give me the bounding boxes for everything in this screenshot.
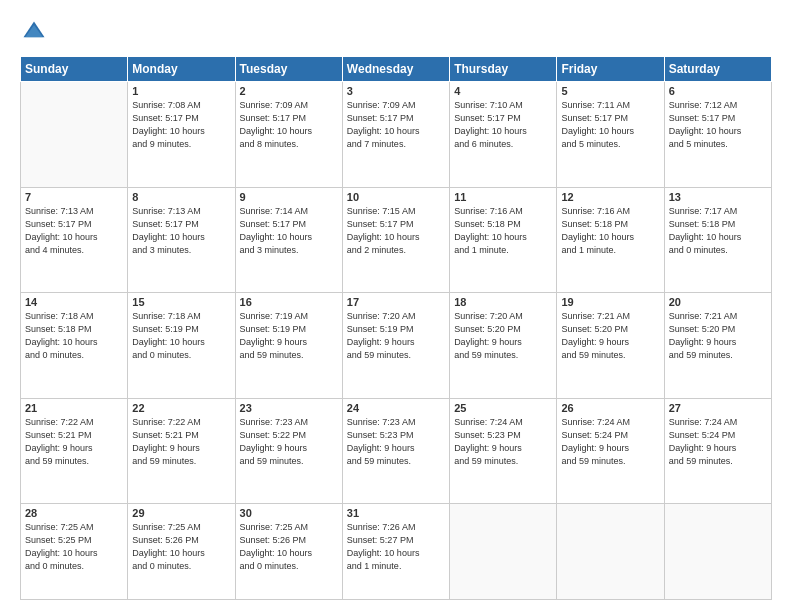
day-number: 6 xyxy=(669,85,767,97)
calendar-cell: 26Sunrise: 7:24 AM Sunset: 5:24 PM Dayli… xyxy=(557,398,664,504)
calendar-cell: 14Sunrise: 7:18 AM Sunset: 5:18 PM Dayli… xyxy=(21,293,128,399)
calendar-cell: 30Sunrise: 7:25 AM Sunset: 5:26 PM Dayli… xyxy=(235,504,342,600)
calendar-cell: 23Sunrise: 7:23 AM Sunset: 5:22 PM Dayli… xyxy=(235,398,342,504)
week-row-2: 7Sunrise: 7:13 AM Sunset: 5:17 PM Daylig… xyxy=(21,187,772,293)
day-info: Sunrise: 7:21 AM Sunset: 5:20 PM Dayligh… xyxy=(561,310,659,362)
calendar-cell: 21Sunrise: 7:22 AM Sunset: 5:21 PM Dayli… xyxy=(21,398,128,504)
calendar-cell: 5Sunrise: 7:11 AM Sunset: 5:17 PM Daylig… xyxy=(557,82,664,188)
day-number: 1 xyxy=(132,85,230,97)
calendar-cell: 9Sunrise: 7:14 AM Sunset: 5:17 PM Daylig… xyxy=(235,187,342,293)
day-info: Sunrise: 7:13 AM Sunset: 5:17 PM Dayligh… xyxy=(25,205,123,257)
day-number: 30 xyxy=(240,507,338,519)
weekday-header-monday: Monday xyxy=(128,57,235,82)
day-number: 11 xyxy=(454,191,552,203)
day-number: 4 xyxy=(454,85,552,97)
week-row-1: 1Sunrise: 7:08 AM Sunset: 5:17 PM Daylig… xyxy=(21,82,772,188)
day-info: Sunrise: 7:24 AM Sunset: 5:24 PM Dayligh… xyxy=(669,416,767,468)
weekday-header-friday: Friday xyxy=(557,57,664,82)
day-info: Sunrise: 7:22 AM Sunset: 5:21 PM Dayligh… xyxy=(25,416,123,468)
day-number: 27 xyxy=(669,402,767,414)
calendar-cell: 24Sunrise: 7:23 AM Sunset: 5:23 PM Dayli… xyxy=(342,398,449,504)
calendar: SundayMondayTuesdayWednesdayThursdayFrid… xyxy=(20,56,772,600)
calendar-cell: 27Sunrise: 7:24 AM Sunset: 5:24 PM Dayli… xyxy=(664,398,771,504)
calendar-cell: 15Sunrise: 7:18 AM Sunset: 5:19 PM Dayli… xyxy=(128,293,235,399)
day-info: Sunrise: 7:20 AM Sunset: 5:20 PM Dayligh… xyxy=(454,310,552,362)
calendar-cell: 10Sunrise: 7:15 AM Sunset: 5:17 PM Dayli… xyxy=(342,187,449,293)
day-info: Sunrise: 7:24 AM Sunset: 5:24 PM Dayligh… xyxy=(561,416,659,468)
day-info: Sunrise: 7:15 AM Sunset: 5:17 PM Dayligh… xyxy=(347,205,445,257)
day-info: Sunrise: 7:09 AM Sunset: 5:17 PM Dayligh… xyxy=(347,99,445,151)
calendar-cell xyxy=(21,82,128,188)
calendar-cell: 6Sunrise: 7:12 AM Sunset: 5:17 PM Daylig… xyxy=(664,82,771,188)
calendar-cell: 22Sunrise: 7:22 AM Sunset: 5:21 PM Dayli… xyxy=(128,398,235,504)
day-info: Sunrise: 7:24 AM Sunset: 5:23 PM Dayligh… xyxy=(454,416,552,468)
day-number: 18 xyxy=(454,296,552,308)
day-number: 23 xyxy=(240,402,338,414)
weekday-header-sunday: Sunday xyxy=(21,57,128,82)
calendar-cell: 19Sunrise: 7:21 AM Sunset: 5:20 PM Dayli… xyxy=(557,293,664,399)
calendar-cell xyxy=(450,504,557,600)
day-info: Sunrise: 7:25 AM Sunset: 5:25 PM Dayligh… xyxy=(25,521,123,573)
calendar-cell: 16Sunrise: 7:19 AM Sunset: 5:19 PM Dayli… xyxy=(235,293,342,399)
calendar-cell: 7Sunrise: 7:13 AM Sunset: 5:17 PM Daylig… xyxy=(21,187,128,293)
day-info: Sunrise: 7:19 AM Sunset: 5:19 PM Dayligh… xyxy=(240,310,338,362)
logo-icon xyxy=(20,18,48,46)
day-number: 7 xyxy=(25,191,123,203)
day-number: 31 xyxy=(347,507,445,519)
page: SundayMondayTuesdayWednesdayThursdayFrid… xyxy=(0,0,792,612)
day-number: 14 xyxy=(25,296,123,308)
calendar-cell: 11Sunrise: 7:16 AM Sunset: 5:18 PM Dayli… xyxy=(450,187,557,293)
day-info: Sunrise: 7:11 AM Sunset: 5:17 PM Dayligh… xyxy=(561,99,659,151)
calendar-cell: 2Sunrise: 7:09 AM Sunset: 5:17 PM Daylig… xyxy=(235,82,342,188)
day-info: Sunrise: 7:16 AM Sunset: 5:18 PM Dayligh… xyxy=(454,205,552,257)
calendar-cell: 18Sunrise: 7:20 AM Sunset: 5:20 PM Dayli… xyxy=(450,293,557,399)
weekday-header-saturday: Saturday xyxy=(664,57,771,82)
day-number: 9 xyxy=(240,191,338,203)
day-info: Sunrise: 7:23 AM Sunset: 5:22 PM Dayligh… xyxy=(240,416,338,468)
day-number: 10 xyxy=(347,191,445,203)
day-number: 20 xyxy=(669,296,767,308)
calendar-cell: 4Sunrise: 7:10 AM Sunset: 5:17 PM Daylig… xyxy=(450,82,557,188)
day-info: Sunrise: 7:12 AM Sunset: 5:17 PM Dayligh… xyxy=(669,99,767,151)
weekday-header-thursday: Thursday xyxy=(450,57,557,82)
weekday-header-row: SundayMondayTuesdayWednesdayThursdayFrid… xyxy=(21,57,772,82)
calendar-cell: 31Sunrise: 7:26 AM Sunset: 5:27 PM Dayli… xyxy=(342,504,449,600)
weekday-header-tuesday: Tuesday xyxy=(235,57,342,82)
calendar-cell xyxy=(664,504,771,600)
day-info: Sunrise: 7:18 AM Sunset: 5:18 PM Dayligh… xyxy=(25,310,123,362)
calendar-cell: 1Sunrise: 7:08 AM Sunset: 5:17 PM Daylig… xyxy=(128,82,235,188)
day-number: 17 xyxy=(347,296,445,308)
day-number: 2 xyxy=(240,85,338,97)
day-number: 29 xyxy=(132,507,230,519)
calendar-cell: 3Sunrise: 7:09 AM Sunset: 5:17 PM Daylig… xyxy=(342,82,449,188)
day-number: 21 xyxy=(25,402,123,414)
header xyxy=(20,18,772,46)
calendar-cell: 25Sunrise: 7:24 AM Sunset: 5:23 PM Dayli… xyxy=(450,398,557,504)
calendar-cell: 8Sunrise: 7:13 AM Sunset: 5:17 PM Daylig… xyxy=(128,187,235,293)
day-number: 22 xyxy=(132,402,230,414)
day-info: Sunrise: 7:23 AM Sunset: 5:23 PM Dayligh… xyxy=(347,416,445,468)
day-info: Sunrise: 7:20 AM Sunset: 5:19 PM Dayligh… xyxy=(347,310,445,362)
day-info: Sunrise: 7:14 AM Sunset: 5:17 PM Dayligh… xyxy=(240,205,338,257)
day-info: Sunrise: 7:08 AM Sunset: 5:17 PM Dayligh… xyxy=(132,99,230,151)
day-number: 5 xyxy=(561,85,659,97)
day-info: Sunrise: 7:21 AM Sunset: 5:20 PM Dayligh… xyxy=(669,310,767,362)
week-row-3: 14Sunrise: 7:18 AM Sunset: 5:18 PM Dayli… xyxy=(21,293,772,399)
day-number: 19 xyxy=(561,296,659,308)
day-info: Sunrise: 7:22 AM Sunset: 5:21 PM Dayligh… xyxy=(132,416,230,468)
calendar-cell: 12Sunrise: 7:16 AM Sunset: 5:18 PM Dayli… xyxy=(557,187,664,293)
weekday-header-wednesday: Wednesday xyxy=(342,57,449,82)
logo xyxy=(20,18,52,46)
day-info: Sunrise: 7:26 AM Sunset: 5:27 PM Dayligh… xyxy=(347,521,445,573)
day-info: Sunrise: 7:16 AM Sunset: 5:18 PM Dayligh… xyxy=(561,205,659,257)
calendar-cell xyxy=(557,504,664,600)
day-number: 25 xyxy=(454,402,552,414)
day-number: 12 xyxy=(561,191,659,203)
day-number: 16 xyxy=(240,296,338,308)
day-number: 15 xyxy=(132,296,230,308)
calendar-cell: 17Sunrise: 7:20 AM Sunset: 5:19 PM Dayli… xyxy=(342,293,449,399)
day-info: Sunrise: 7:10 AM Sunset: 5:17 PM Dayligh… xyxy=(454,99,552,151)
day-number: 26 xyxy=(561,402,659,414)
day-number: 28 xyxy=(25,507,123,519)
day-info: Sunrise: 7:25 AM Sunset: 5:26 PM Dayligh… xyxy=(240,521,338,573)
